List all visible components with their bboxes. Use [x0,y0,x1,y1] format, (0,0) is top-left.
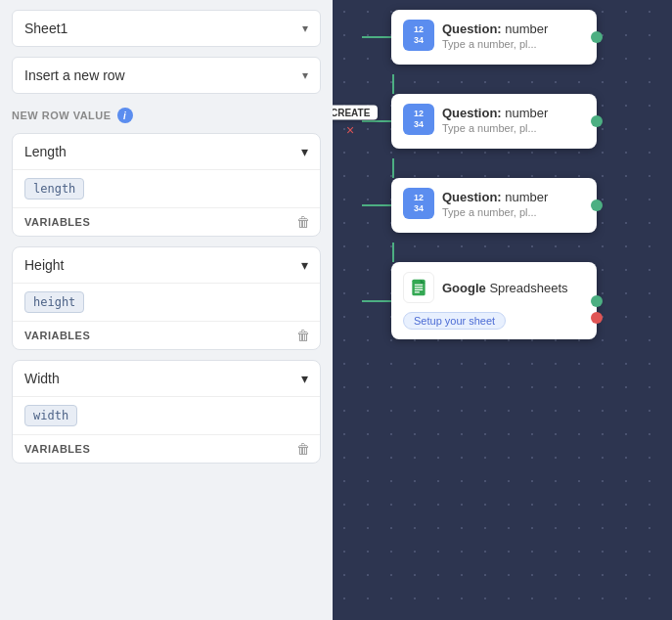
google-sheets-icon [403,272,434,303]
length-field-label: Length [24,144,67,159]
create-overlay[interactable]: CREATE × [333,106,378,138]
width-field-label: Width [24,371,60,386]
height-variables-button[interactable]: VARIABLES [24,330,90,341]
flow-row-gs: Google Spreadsheets Setup your sheet [362,262,597,339]
length-field-select[interactable]: Length ▾ [13,134,320,170]
action-selector[interactable]: Insert a new row ▾ [12,57,321,94]
node-3-title: Question: number [442,190,548,204]
node-3-output-dot [591,199,603,211]
width-delete-icon[interactable]: 🗑 [296,441,310,457]
svg-rect-3 [415,289,423,290]
sheet-selector[interactable]: Sheet1 ▾ [12,10,321,47]
node-question-2[interactable]: 1234 Question: number Type a number, pl.… [391,94,597,149]
node-2-subtitle: Type a number, pl... [442,122,548,134]
flow-row-2: 1234 Question: number Type a number, pl.… [362,94,597,149]
connector-1 [362,36,391,38]
height-chevron-icon: ▾ [301,257,308,273]
width-field-input-area: width [13,397,320,434]
node-2-header: 1234 Question: number Type a number, pl.… [403,104,585,135]
node-3-subtitle: Type a number, pl... [442,206,548,218]
svg-rect-2 [415,287,423,288]
length-footer: VARIABLES 🗑 [13,207,320,236]
left-panel: Sheet1 ▾ Insert a new row ▾ NEW ROW VALU… [0,0,333,620]
svg-rect-1 [415,285,423,286]
sheet-chevron-icon: ▾ [302,22,308,35]
node-1-title: Question: number [442,22,548,36]
sheet-value: Sheet1 [24,21,67,36]
width-variables-button[interactable]: VARIABLES [24,443,90,455]
node-1-subtitle: Type a number, pl... [442,38,548,50]
node-gs-error-dot [591,312,603,324]
node-2-output-dot [591,115,603,127]
flow-container: 1234 Question: number Type a number, pl.… [362,10,597,349]
height-field-select[interactable]: Height ▾ [13,247,320,284]
width-field-block: Width ▾ width VARIABLES 🗑 [12,360,321,464]
node-2-icon: 1234 [403,104,434,135]
length-chevron-icon: ▾ [301,144,308,159]
node-gs-title: Google Spreadsheets [442,281,568,295]
node-1-header: 1234 Question: number Type a number, pl.… [403,20,585,51]
flow-row-3: 1234 Question: number Type a number, pl.… [362,178,597,233]
connector-gs [362,300,391,302]
connector-3 [362,204,391,206]
node-gs-header: Google Spreadsheets [403,272,585,303]
width-chevron-icon: ▾ [301,371,308,386]
height-field-input-area: height [13,284,320,321]
height-field-block: Height ▾ height VARIABLES 🗑 [12,246,321,350]
width-footer: VARIABLES 🗑 [13,434,320,463]
flow-row-1: 1234 Question: number Type a number, pl.… [362,10,597,65]
node-1-output-dot [591,31,603,43]
height-variable-tag: height [24,291,84,313]
node-google-sheets[interactable]: Google Spreadsheets Setup your sheet [391,262,597,339]
info-icon[interactable]: i [117,108,133,123]
create-close-icon[interactable]: × [333,122,378,138]
action-value: Insert a new row [24,67,125,83]
node-1-icon: 1234 [403,20,434,51]
node-3-icon: 1234 [403,188,434,219]
node-question-1[interactable]: 1234 Question: number Type a number, pl.… [391,10,597,65]
length-field-input-area: length [13,170,320,207]
width-variable-tag: width [24,405,77,426]
height-delete-icon[interactable]: 🗑 [296,328,310,343]
node-3-header: 1234 Question: number Type a number, pl.… [403,188,585,219]
setup-badge[interactable]: Setup your sheet [403,312,506,330]
node-2-title: Question: number [442,106,548,120]
right-panel: 1234 Question: number Type a number, pl.… [333,0,672,620]
action-chevron-icon: ▾ [302,68,308,82]
node-gs-output-dot [591,295,603,307]
height-footer: VARIABLES 🗑 [13,321,320,349]
section-label: NEW ROW VALUE i [12,108,321,123]
height-field-label: Height [24,257,64,273]
svg-rect-4 [415,291,420,292]
width-field-select[interactable]: Width ▾ [13,361,320,397]
node-question-3[interactable]: 1234 Question: number Type a number, pl.… [391,178,597,233]
create-label: CREATE [333,108,370,118]
length-field-block: Length ▾ length VARIABLES 🗑 [12,133,321,237]
length-variables-button[interactable]: VARIABLES [24,216,90,228]
length-delete-icon[interactable]: 🗑 [296,214,310,230]
length-variable-tag: length [24,178,84,199]
